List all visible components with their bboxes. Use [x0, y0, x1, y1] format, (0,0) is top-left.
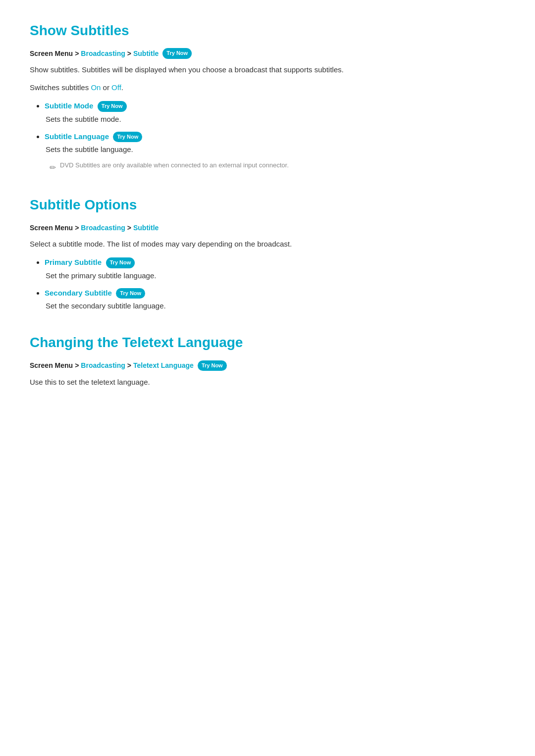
breadcrumb-sep-6: > — [127, 360, 131, 371]
secondary-subtitle-desc: Set the secondary subtitle language. — [45, 300, 505, 312]
secondary-subtitle-label: Secondary Subtitle — [45, 289, 112, 297]
pencil-icon: ✏ — [50, 161, 56, 174]
subtitle-options-bullet-list: Primary Subtitle Try Now Set the primary… — [30, 256, 505, 312]
breadcrumb-sep-2: > — [127, 48, 131, 59]
try-now-badge-subtitle-language[interactable]: Try Now — [113, 132, 142, 143]
breadcrumb-screen-menu: Screen Menu — [30, 48, 73, 59]
subtitle-options-breadcrumb: Screen Menu > Broadcasting > Subtitle — [30, 222, 505, 233]
try-now-badge-breadcrumb-1[interactable]: Try Now — [162, 48, 192, 59]
subtitle-options-section: Subtitle Options Screen Menu > Broadcast… — [30, 194, 505, 312]
breadcrumb-sep-4: > — [127, 222, 131, 233]
breadcrumb-sep-1: > — [75, 48, 79, 59]
list-item-primary-subtitle: Primary Subtitle Try Now Set the primary… — [45, 256, 505, 282]
subtitle-options-desc: Select a subtitle mode. The list of mode… — [30, 238, 505, 250]
show-subtitles-bullet-list: Subtitle Mode Try Now Sets the subtitle … — [30, 100, 505, 174]
show-subtitles-desc-1: Show subtitles. Subtitles will be displa… — [30, 64, 505, 76]
list-item-secondary-subtitle: Secondary Subtitle Try Now Set the secon… — [45, 287, 505, 312]
breadcrumb-teletext-language[interactable]: Teletext Language — [133, 360, 194, 371]
breadcrumb-subtitle-1[interactable]: Subtitle — [133, 48, 159, 59]
try-now-badge-primary[interactable]: Try Now — [106, 257, 135, 268]
breadcrumb-broadcasting-2[interactable]: Broadcasting — [81, 222, 125, 233]
show-subtitles-breadcrumb: Screen Menu > Broadcasting > Subtitle Tr… — [30, 48, 505, 59]
breadcrumb-broadcasting-3[interactable]: Broadcasting — [81, 360, 125, 371]
subtitle-language-note: DVD Subtitles are only available when co… — [60, 160, 289, 171]
show-subtitles-title: Show Subtitles — [30, 20, 505, 42]
breadcrumb-screen-menu-2: Screen Menu — [30, 222, 73, 233]
subtitle-language-note-box: ✏ DVD Subtitles are only available when … — [45, 160, 505, 174]
try-now-badge-teletext[interactable]: Try Now — [198, 360, 227, 371]
on-text: On — [91, 83, 101, 92]
teletext-language-section: Changing the Teletext Language Screen Me… — [30, 332, 505, 388]
subtitle-options-title: Subtitle Options — [30, 194, 505, 216]
subtitle-mode-label: Subtitle Mode — [45, 101, 93, 110]
breadcrumb-broadcasting-1[interactable]: Broadcasting — [81, 48, 125, 59]
primary-subtitle-desc: Set the primary subtitle language. — [45, 270, 505, 282]
try-now-badge-secondary[interactable]: Try Now — [116, 288, 145, 299]
off-text: Off — [111, 83, 121, 92]
subtitle-language-label: Subtitle Language — [45, 132, 109, 141]
teletext-language-breadcrumb: Screen Menu > Broadcasting > Teletext La… — [30, 360, 505, 371]
show-subtitles-section: Show Subtitles Screen Menu > Broadcastin… — [30, 20, 505, 174]
breadcrumb-sep-3: > — [75, 222, 79, 233]
subtitle-mode-desc: Sets the subtitle mode. — [45, 113, 505, 125]
try-now-badge-subtitle-mode[interactable]: Try Now — [98, 101, 127, 112]
primary-subtitle-label: Primary Subtitle — [45, 258, 102, 266]
list-item-subtitle-mode: Subtitle Mode Try Now Sets the subtitle … — [45, 100, 505, 125]
breadcrumb-subtitle-2[interactable]: Subtitle — [133, 222, 159, 233]
breadcrumb-sep-5: > — [75, 360, 79, 371]
teletext-language-desc: Use this to set the teletext language. — [30, 376, 505, 388]
list-item-subtitle-language: Subtitle Language Try Now Sets the subti… — [45, 130, 505, 174]
teletext-language-title: Changing the Teletext Language — [30, 332, 505, 354]
breadcrumb-screen-menu-3: Screen Menu — [30, 360, 73, 371]
show-subtitles-desc-2: Switches subtitles On or Off. — [30, 82, 505, 94]
subtitle-language-desc: Sets the subtitle language. — [45, 144, 505, 155]
